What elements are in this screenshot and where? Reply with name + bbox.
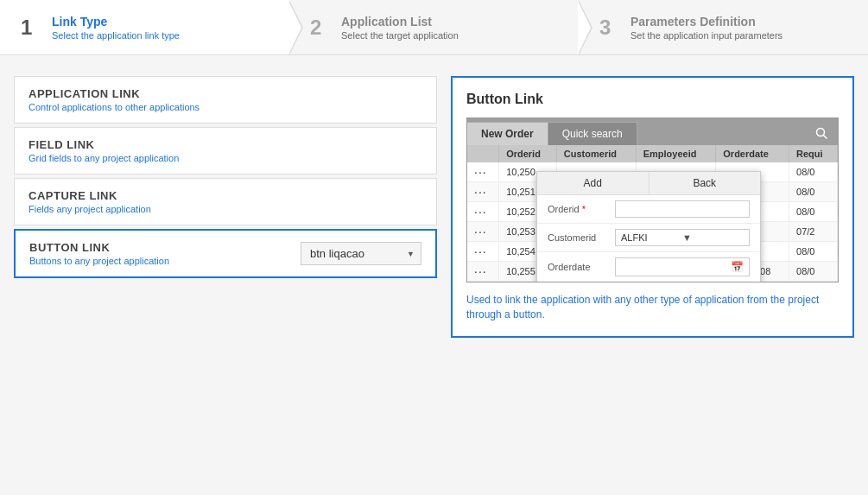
- button-link-text-group: BUTTON LINK Buttons to any project appli…: [29, 241, 169, 266]
- row-requi: 08/0: [789, 162, 838, 182]
- row-requi: 08/0: [789, 202, 838, 222]
- search-bar: [805, 124, 838, 145]
- step-3-number: 3: [599, 16, 620, 40]
- step-3-info: Parameters Definition Set the applicatio…: [630, 15, 782, 41]
- modal-field-orderdate: Orderdate 📅: [537, 252, 760, 282]
- orderdate-value: [621, 262, 731, 272]
- modal-overlay: Add Back Orderid * Customerid: [536, 171, 761, 282]
- col-customerid: Customerid: [556, 145, 636, 162]
- preview-description: Used to link the application with any ot…: [466, 293, 839, 322]
- app-preview-wrapper: New Order Quick search: [466, 117, 839, 322]
- orderdate-date-field[interactable]: 📅: [615, 257, 750, 276]
- main-content: APPLICATION LINK Control applications to…: [0, 62, 868, 352]
- field-link-subtitle: Grid fields to any project application: [29, 153, 422, 163]
- search-icon: [815, 127, 827, 142]
- field-link-item[interactable]: FIELD LINK Grid fields to any project ap…: [14, 127, 437, 175]
- link-types-panel: APPLICATION LINK Control applications to…: [14, 76, 437, 338]
- step-1-info: Link Type Select the application link ty…: [52, 15, 180, 41]
- modal-add-button[interactable]: Add: [537, 172, 649, 194]
- step-1-number: 1: [21, 16, 41, 40]
- row-requi: 07/2: [789, 222, 838, 242]
- step-1-title: Link Type: [52, 15, 180, 29]
- row-dots: ···: [467, 262, 499, 282]
- button-link-select-wrapper[interactable]: btn liqacao: [301, 242, 421, 265]
- col-orderdate: Orderdate: [716, 145, 789, 162]
- customerid-select[interactable]: ALFKI ▼: [615, 229, 750, 246]
- capture-link-title: CAPTURE LINK: [29, 189, 422, 202]
- preview-title: Button Link: [466, 92, 839, 107]
- application-link-subtitle: Control applications to other applicatio…: [29, 102, 422, 112]
- svg-line-1: [824, 136, 827, 139]
- customerid-label: Customerid: [548, 232, 608, 243]
- calendar-icon: 📅: [731, 261, 744, 273]
- row-requi: 08/0: [789, 242, 838, 262]
- button-link-item[interactable]: BUTTON LINK Buttons to any project appli…: [14, 229, 437, 278]
- modal-field-customerid: Customerid ALFKI ▼: [537, 224, 760, 252]
- row-requi: 08/0: [789, 182, 838, 202]
- button-link-subtitle: Buttons to any project application: [29, 256, 169, 266]
- app-tabs-bar: New Order Quick search: [467, 118, 838, 145]
- row-dots: ···: [467, 242, 499, 262]
- chevron-down-icon: ▼: [682, 232, 744, 243]
- step-3-title: Parameters Definition: [630, 15, 782, 29]
- step-2-info: Application List Select the target appli…: [341, 15, 459, 41]
- application-link-title: APPLICATION LINK: [29, 87, 422, 100]
- preview-panel: Button Link New Order Quick search: [451, 76, 854, 338]
- wizard-header: 1 Link Type Select the application link …: [0, 0, 868, 55]
- button-link-row: BUTTON LINK Buttons to any project appli…: [29, 241, 421, 266]
- customerid-value: ALFKI: [621, 232, 682, 243]
- orderid-label: Orderid *: [548, 204, 608, 214]
- modal-field-orderid: Orderid *: [537, 195, 760, 224]
- orderid-input[interactable]: [615, 200, 750, 218]
- step-2-subtitle: Select the target application: [341, 30, 459, 41]
- wizard-step-1[interactable]: 1 Link Type Select the application link …: [0, 0, 289, 54]
- row-dots: ···: [467, 222, 499, 242]
- step-3-subtitle: Set the application input parameters: [630, 30, 782, 41]
- app-preview: New Order Quick search: [466, 117, 839, 282]
- capture-link-item[interactable]: CAPTURE LINK Fields any project applicat…: [14, 178, 437, 225]
- application-link-item[interactable]: APPLICATION LINK Control applications to…: [14, 76, 437, 124]
- capture-link-subtitle: Fields any project application: [29, 204, 422, 214]
- step-2-title: Application List: [341, 15, 459, 29]
- row-requi: 08/0: [789, 262, 838, 282]
- required-marker: *: [582, 204, 586, 214]
- step-2-number: 2: [310, 16, 331, 40]
- modal-buttons-bar: Add Back: [537, 172, 760, 195]
- col-employeeid: Employeeid: [636, 145, 716, 162]
- button-link-title: BUTTON LINK: [29, 241, 169, 254]
- tab-quick-search[interactable]: Quick search: [548, 122, 637, 145]
- row-dots: ···: [467, 162, 499, 182]
- orderdate-label: Orderdate: [548, 262, 608, 272]
- col-requi: Requi: [789, 145, 838, 162]
- step-1-subtitle: Select the application link type: [52, 30, 180, 41]
- row-dots: ···: [467, 202, 499, 222]
- wizard-step-2[interactable]: 2 Application List Select the target app…: [289, 0, 579, 54]
- row-dots: ···: [467, 182, 499, 202]
- field-link-title: FIELD LINK: [29, 138, 422, 151]
- button-link-dropdown[interactable]: btn liqacao: [301, 242, 421, 265]
- tab-new-order[interactable]: New Order: [467, 122, 548, 145]
- wizard-step-3[interactable]: 3 Parameters Definition Set the applicat…: [579, 0, 868, 54]
- col-orderid: Orderid: [499, 145, 557, 162]
- col-dots: [467, 145, 499, 162]
- modal-back-button[interactable]: Back: [649, 172, 761, 194]
